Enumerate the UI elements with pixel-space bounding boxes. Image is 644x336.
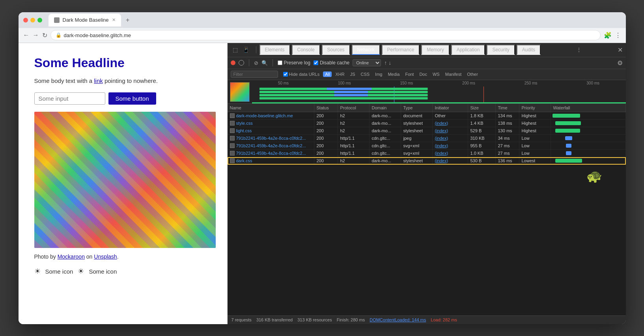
forward-button[interactable]: →: [33, 32, 39, 39]
tab-performance[interactable]: Performance: [382, 45, 420, 55]
minimize-button[interactable]: [30, 18, 35, 23]
body-text-after-link: pointing to nowhere.: [103, 77, 158, 84]
chip-all[interactable]: All: [323, 71, 332, 77]
address-input-container[interactable]: 🔒 dark-mode-baseline.glitch.me: [50, 30, 601, 40]
icon-row: ☀ Some icon ☀ Some icon: [34, 267, 211, 276]
page-body-text: Some body text with a link pointing to n…: [34, 77, 211, 86]
preserve-log-input[interactable]: [278, 60, 282, 65]
cell-initiator-3[interactable]: (index): [433, 127, 468, 134]
inspect-icon[interactable]: ⬚: [231, 46, 240, 54]
tab-sources[interactable]: Sources: [322, 45, 350, 55]
chip-xhr[interactable]: XHR: [333, 71, 346, 77]
cell-domain-6: cdn.gltc...: [370, 150, 401, 157]
some-button[interactable]: Some button: [108, 92, 156, 105]
search-icon[interactable]: 🔍: [261, 60, 268, 66]
preserve-log-checkbox[interactable]: Preserve log: [278, 60, 310, 66]
cell-protocol-2: h2: [338, 120, 370, 127]
upload-icon[interactable]: ↑: [384, 60, 387, 66]
address-text: dark-mode-baseline.glitch.me: [64, 32, 131, 38]
back-button[interactable]: ←: [23, 32, 30, 39]
page-image: [34, 112, 216, 248]
cell-priority-7: Lowest: [519, 157, 551, 164]
tab-application[interactable]: Application: [451, 45, 485, 55]
table-row[interactable]: 791b2241-459b-4a2e-8cca-c0fdc2... 200 ht…: [228, 150, 626, 157]
header-priority: Priority: [519, 104, 551, 112]
reload-button[interactable]: ↻: [42, 32, 47, 39]
throttling-select[interactable]: Online Fast 3G Slow 3G Offline: [353, 59, 381, 66]
disable-cache-checkbox[interactable]: Disable cache: [314, 60, 349, 66]
chip-img[interactable]: Img: [373, 71, 384, 77]
disable-cache-input[interactable]: [314, 60, 318, 65]
maximize-button[interactable]: [37, 18, 42, 23]
new-tab-button[interactable]: +: [123, 15, 133, 25]
download-icon[interactable]: ↓: [388, 60, 391, 66]
webpage-panel: Some Headline Some body text with a link…: [19, 43, 228, 324]
filter-input[interactable]: [231, 71, 278, 78]
settings-icon[interactable]: ⚙: [617, 59, 623, 67]
table-row[interactable]: dark-mode-baseline.glitch.me 200 h2 dark…: [228, 112, 626, 120]
devtools-panel: ⬚ 📱 Elements Console Sources Network Per…: [228, 43, 626, 324]
devtools-close-button[interactable]: ✕: [618, 46, 623, 54]
file-icon-2: [230, 121, 235, 126]
chip-doc[interactable]: Doc: [417, 71, 429, 77]
chip-media[interactable]: Media: [386, 71, 401, 77]
close-button[interactable]: [23, 18, 28, 23]
table-row[interactable]: light.css 200 h2 dark-mo... stylesheet (…: [228, 127, 626, 135]
some-input[interactable]: [34, 92, 105, 105]
tab-memory[interactable]: Memory: [421, 45, 449, 55]
tab-close-button[interactable]: ✕: [112, 17, 116, 23]
chip-manifest[interactable]: Manifest: [443, 71, 464, 77]
tab-audits[interactable]: Audits: [517, 45, 541, 55]
hide-data-urls-checkbox[interactable]: Hide data URLs: [281, 71, 322, 77]
tab-console[interactable]: Console: [292, 45, 320, 55]
mockaroon-link[interactable]: Mockaroon: [58, 253, 85, 260]
body-link[interactable]: link: [94, 77, 103, 84]
icon-label-1: Some icon: [45, 268, 73, 275]
chip-js[interactable]: JS: [348, 71, 357, 77]
unsplash-link[interactable]: Unsplash: [94, 253, 117, 260]
cell-initiator-7[interactable]: (index): [433, 157, 468, 164]
cell-initiator-6[interactable]: (index): [433, 150, 468, 157]
file-icon-5: [230, 143, 235, 148]
more-tabs-button[interactable]: ⋮: [574, 46, 584, 54]
cell-waterfall-2: [551, 120, 626, 127]
active-tab[interactable]: Dark Mode Baseline ✕: [49, 14, 121, 26]
record-button[interactable]: [231, 60, 235, 65]
table-row[interactable]: style.css 200 h2 dark-mo... stylesheet (…: [228, 120, 626, 127]
filter-icon[interactable]: ⊘: [254, 60, 258, 66]
table-row[interactable]: 791b2241-459b-4a2e-8cca-c0fdc2... 200 ht…: [228, 135, 626, 142]
waterfall-bar-5: [566, 144, 571, 148]
chip-css[interactable]: CSS: [358, 71, 371, 77]
waterfall-bar-6: [566, 151, 571, 155]
cell-initiator-5[interactable]: (index): [433, 142, 468, 149]
clear-button[interactable]: [239, 60, 244, 66]
file-icon-4: [230, 136, 235, 141]
cell-initiator-2[interactable]: (index): [433, 120, 468, 127]
timeline-graph: 50 ms 100 ms 150 ms 200 ms 250 ms 300 ms: [252, 80, 626, 103]
chip-other[interactable]: Other: [465, 71, 480, 77]
cell-name-2: style.css: [228, 120, 314, 127]
device-icon[interactable]: 📱: [241, 46, 251, 54]
tab-network[interactable]: Network: [352, 45, 380, 55]
cell-waterfall-6: [551, 150, 626, 157]
chip-ws[interactable]: WS: [431, 71, 442, 77]
cell-priority-6: Low: [519, 150, 551, 157]
table-row[interactable]: dark.css 200 h2 dark-mo... stylesheet (i…: [228, 157, 626, 165]
cell-status-2: 200: [314, 120, 338, 127]
menu-icon[interactable]: ⋮: [615, 32, 621, 39]
chip-font[interactable]: Font: [403, 71, 416, 77]
cell-protocol-5: http/1.1: [338, 142, 370, 149]
extensions-icon[interactable]: 🧩: [604, 32, 612, 39]
cell-name-7: dark.css: [228, 157, 314, 164]
status-dom-content-loaded[interactable]: DOMContentLoaded: 144 ms: [370, 317, 426, 322]
hide-data-input[interactable]: [283, 72, 288, 77]
table-row[interactable]: 791b2241-459b-4a2e-8cca-c0fdc2... 200 ht…: [228, 142, 626, 150]
cell-priority-2: Highest: [519, 120, 551, 127]
cell-protocol-7: h2: [338, 157, 370, 164]
tab-elements[interactable]: Elements: [259, 45, 290, 55]
tab-bar: Dark Mode Baseline ✕ +: [49, 14, 133, 26]
cell-initiator-4[interactable]: (index): [433, 135, 468, 142]
network-table[interactable]: Name Status Protocol Domain Type Initiat…: [228, 104, 626, 315]
tab-security[interactable]: Security: [487, 45, 515, 55]
tab-title: Dark Mode Baseline: [63, 17, 109, 23]
